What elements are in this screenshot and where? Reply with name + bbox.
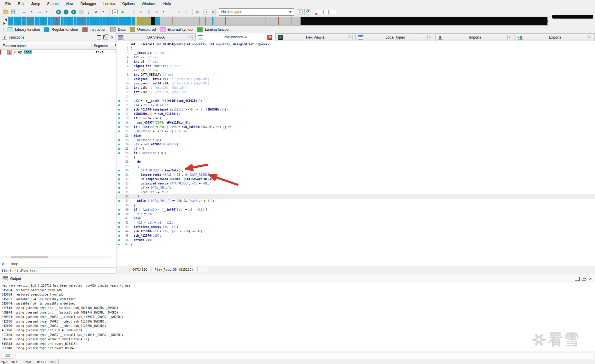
- maximize-icon[interactable]: [575, 277, 580, 281]
- code-line-22[interactable]: 22 else: [116, 133, 595, 138]
- code-line-6[interactable]: 6 signed int ReadSize; // edi: [116, 64, 595, 68]
- code-line-38[interactable]: 38 }: [116, 203, 595, 207]
- menu-search[interactable]: Search: [44, 1, 62, 7]
- edit-icon[interactable]: ✎: [176, 8, 183, 15]
- code-line-45[interactable]: 45 sub_412070(v15);: [116, 233, 595, 238]
- code-line-3[interactable]: 3 __int64 v4; // rax: [116, 51, 595, 55]
- grip-handle[interactable]: [3, 28, 3, 33]
- code-line-36[interactable]: 36 }: [116, 194, 595, 199]
- code-line-11[interactable]: 11 int v15; // [esp+20h] [ebp-20h]: [116, 86, 595, 90]
- functions-column-header[interactable]: Function name Segment S: [0, 43, 116, 50]
- code-line-30[interactable]: 30 DATA_RESULT = ReadData();: [116, 168, 595, 173]
- functions-hscrollbar[interactable]: [1, 256, 111, 258]
- navband-right-arrow-icon[interactable]: [3, 22, 7, 25]
- diamond-icon[interactable]: ◇: [183, 8, 190, 15]
- code-line-24[interactable]: 24 v15 = sub_412060(ReadSize);: [116, 142, 595, 146]
- xref-view-icon[interactable]: →: [78, 8, 85, 15]
- navband-left-arrow-icon[interactable]: [3, 18, 7, 21]
- functions-search-input[interactable]: [9, 261, 116, 267]
- back-icon[interactable]: ←: [21, 8, 28, 15]
- code-line-39[interactable]: 39 if ( (int)a3 <= (__int64)(v14 + v8 - …: [116, 207, 595, 212]
- code-line-18[interactable]: 18 if ( v4 != v14 ): [116, 116, 595, 120]
- code-line-41[interactable]: 41 else: [116, 216, 595, 220]
- output-title-bar[interactable]: Output ×: [0, 274, 595, 283]
- menu-windows[interactable]: Windows: [138, 1, 160, 7]
- tab-close-icon[interactable]: x: [348, 35, 353, 40]
- tab-close-icon[interactable]: x: [188, 35, 193, 40]
- code-line-44[interactable]: 44 sub_4C1048(v13 + v16, (v13 + v16) >> …: [116, 229, 595, 233]
- grip-handle[interactable]: [1, 17, 1, 25]
- column-segment[interactable]: Segment: [94, 44, 108, 48]
- text-view-icon[interactable]: T: [62, 8, 69, 15]
- code-line-14[interactable]: 14 v13 = ((__int64 (*)(void))sub_4C1028)…: [116, 99, 595, 103]
- clear-search-icon[interactable]: ×: [2, 261, 5, 267]
- code-line-17[interactable]: 17 LODWORD(v4) = sub_4C1028();: [116, 112, 595, 116]
- tab-hex-view-1[interactable]: Hex View-1x: [275, 33, 355, 41]
- maximize-icon[interactable]: [97, 35, 101, 39]
- code-line-16[interactable]: 16 sub_4C1048((unsigned int)(v13 >> 8) <…: [116, 107, 595, 112]
- open-file-icon[interactable]: [2, 8, 9, 15]
- code-line-46[interactable]: 46 return v16;: [116, 238, 595, 242]
- jump-down-icon[interactable]: ↓: [85, 8, 92, 15]
- idc-command-input[interactable]: [16, 353, 593, 359]
- float-icon[interactable]: [103, 35, 108, 39]
- grid-caret-icon[interactable]: ▾: [161, 8, 168, 15]
- font-icon[interactable]: A: [93, 8, 100, 15]
- font-caret-icon[interactable]: ▾: [100, 8, 107, 15]
- tab-pseudocode-a[interactable]: Pseudocode-Ax: [195, 33, 275, 41]
- code-line-8[interactable]: 8 int DATA_RESULT; // esi: [116, 73, 595, 77]
- close-icon[interactable]: ×: [110, 36, 114, 39]
- window-view-icon[interactable]: ≡: [70, 8, 77, 15]
- code-line-10[interactable]: 10 unsigned __int64 v14; // [esp+18h] [e…: [116, 81, 595, 86]
- debugger-selector[interactable]: No debugger: [219, 8, 294, 16]
- pseudocode-view[interactable]: 1int __usercall sub_B15054@<eax>(int a1@…: [116, 41, 595, 266]
- navigation-band[interactable]: [8, 17, 548, 26]
- scrollbar-thumb[interactable]: [11, 256, 48, 258]
- frame-icon[interactable]: ▢: [168, 8, 175, 15]
- code-line-9[interactable]: 9 unsigned __int64 v13; // [esp+10h] [eb…: [116, 77, 595, 81]
- tab-close-icon[interactable]: x: [427, 35, 432, 40]
- code-line-28[interactable]: 28 do: [116, 160, 595, 164]
- forward-icon[interactable]: →: [36, 8, 43, 15]
- code-line-5[interactable]: 5 int v6; // edx: [116, 59, 595, 64]
- code-line-32[interactable]: 32 un_Compare(dword_B6CB48, (int)&dword_…: [116, 177, 595, 181]
- menu-file[interactable]: File: [2, 1, 15, 7]
- tab-close-icon[interactable]: x: [267, 35, 272, 40]
- code-line-26[interactable]: 26 if ( ReadSize > 0 ): [116, 151, 595, 155]
- menu-lumina[interactable]: Lumina: [100, 1, 119, 7]
- code-line-29[interactable]: 29 {: [116, 164, 595, 168]
- il-view-icon[interactable]: IL: [138, 8, 145, 15]
- code-line-42[interactable]: 42 v16 = v14 + v8 - v13;: [116, 220, 595, 225]
- navband-marker-icon[interactable]: ▲: [112, 8, 118, 15]
- list-blue-icon[interactable]: [315, 8, 322, 15]
- code-line-31[interactable]: 31 Decode((void *)(a1 + 28), 0, DATA_RES…: [116, 173, 595, 177]
- tab-close-icon[interactable]: x: [507, 35, 512, 40]
- code-line-33[interactable]: 33 optimized_memcpy(DATA_RESULT, v15 + v…: [116, 181, 595, 186]
- save-icon[interactable]: [10, 8, 17, 15]
- function-row-play-loop[interactable]: f Play_loop .text 0: [0, 50, 116, 55]
- code-line-37[interactable]: 37 while ( DATA_RESULT >= 256 && ReadSiz…: [116, 199, 595, 203]
- code-line-27[interactable]: 27 {: [116, 155, 595, 160]
- output-log[interactable]: Please check the Edit/Plugins menu for m…: [0, 283, 595, 352]
- menu-edit[interactable]: Edit: [15, 1, 28, 7]
- code-line-1[interactable]: 1int __usercall sub_B15054@<eax>(int a1@…: [116, 42, 595, 46]
- code-line-34[interactable]: 34 v8 += DATA_RESULT;: [116, 186, 595, 190]
- column-function-name[interactable]: Function name: [3, 44, 26, 48]
- code-line-21[interactable]: 21 ReadSize = ((a3 >> 8) + 1) << 8;: [116, 129, 595, 133]
- code-line-35[interactable]: 35 ReadSize -= 256;: [116, 190, 595, 194]
- code-line-2[interactable]: 2{: [116, 46, 595, 51]
- code-line-13[interactable]: 13: [116, 94, 595, 99]
- code-line-4[interactable]: 4 int v5; // eax: [116, 55, 595, 59]
- grid-icon[interactable]: ⊞: [153, 8, 160, 15]
- idc-language-button[interactable]: IDC: [2, 353, 13, 359]
- back-caret-icon[interactable]: ▾: [28, 8, 35, 15]
- code-line-25[interactable]: 25 v8 = 0;: [116, 146, 595, 151]
- menu-view[interactable]: View: [62, 1, 77, 7]
- number-view-icon[interactable]: #: [55, 8, 62, 15]
- navband-overflow-arrow-icon[interactable]: [547, 20, 550, 23]
- code-line-7[interactable]: 7 int v8; // ebp: [116, 68, 595, 73]
- functions-title-bar[interactable]: f Functions ×: [0, 33, 116, 41]
- close-icon[interactable]: ×: [588, 277, 592, 280]
- run-c-icon[interactable]: C: [304, 8, 311, 15]
- code-line-43[interactable]: 43 optimized_memcpy(v16, a2);: [116, 225, 595, 229]
